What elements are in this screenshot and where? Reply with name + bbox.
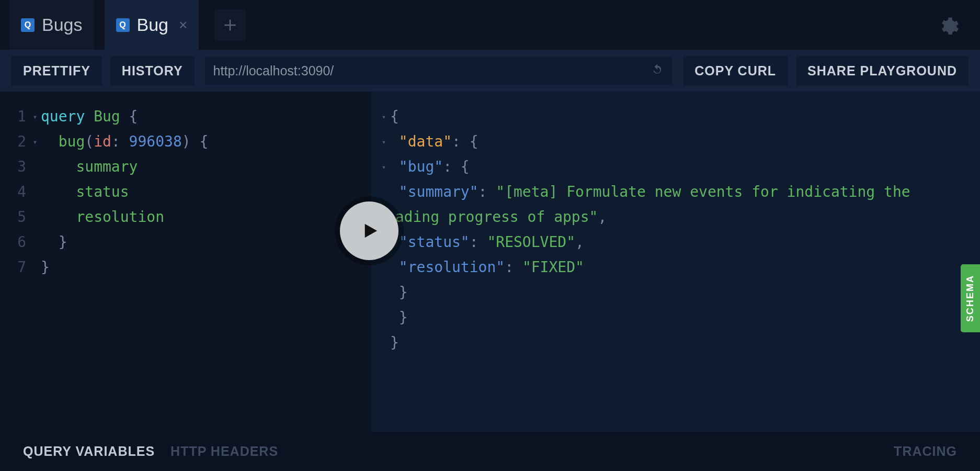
result-viewer: ▾{▾ "data": {▾ "bug": { "summary": "[met… <box>371 92 980 432</box>
line-number: 6 <box>4 230 29 255</box>
http-headers-tab[interactable]: HTTP HEADERS <box>170 444 278 459</box>
main-split: 1▾query Bug {2▾ bug(id: 996038) {3 summa… <box>0 92 980 432</box>
schema-tab[interactable]: SCHEMA <box>961 264 980 332</box>
history-button[interactable]: HISTORY <box>110 56 195 86</box>
toolbar: PRETTIFY HISTORY COPY CURL SHARE PLAYGRO… <box>0 50 980 92</box>
tab-bar: Q Bugs Q Bug × <box>0 0 980 50</box>
tab-bug[interactable]: Q Bug × <box>105 0 199 50</box>
code-content: query Bug { <box>41 104 138 129</box>
line-number: 2 <box>4 129 29 154</box>
fold-toggle <box>29 205 41 230</box>
fold-toggle[interactable]: ▾ <box>29 104 41 129</box>
line-number: 7 <box>4 255 29 280</box>
editor-line: 1▾query Bug { <box>4 104 363 129</box>
endpoint-input[interactable] <box>213 63 651 78</box>
editor-line: 4 status <box>4 180 363 205</box>
fold-toggle <box>29 230 41 255</box>
endpoint-url-bar[interactable] <box>205 57 673 85</box>
reload-icon <box>651 63 664 76</box>
editor-line: 5 resolution <box>4 205 363 230</box>
fold-toggle[interactable]: ▾ <box>378 154 390 180</box>
editor-line: 2▾ bug(id: 996038) { <box>4 129 363 154</box>
query-badge-icon: Q <box>116 18 130 32</box>
fold-toggle <box>29 154 41 180</box>
editor-line: 7} <box>4 255 363 280</box>
gear-icon <box>937 16 959 38</box>
query-variables-tab[interactable]: QUERY VARIABLES <box>23 444 155 459</box>
code-content: status <box>41 180 129 205</box>
query-badge-icon: Q <box>21 18 35 32</box>
code-content: summary <box>41 154 138 180</box>
editor-line: 3 summary <box>4 154 363 180</box>
run-query-button[interactable] <box>340 201 398 260</box>
plus-icon <box>223 18 237 32</box>
copy-curl-button[interactable]: COPY CURL <box>683 56 788 86</box>
result-line: "resolution": "FIXED" <box>378 255 965 280</box>
play-icon <box>359 220 380 241</box>
fold-toggle <box>29 180 41 205</box>
line-number: 4 <box>4 180 29 205</box>
close-icon[interactable]: × <box>179 17 187 33</box>
settings-button[interactable] <box>937 16 959 40</box>
reload-button[interactable] <box>651 63 664 78</box>
line-number: 5 <box>4 205 29 230</box>
fold-toggle[interactable]: ▾ <box>29 129 41 154</box>
tracing-tab[interactable]: TRACING <box>894 444 957 459</box>
editor-line: 6 } <box>4 230 363 255</box>
result-line: ▾{ <box>378 104 965 129</box>
line-number: 3 <box>4 154 29 180</box>
result-line: } <box>378 305 965 330</box>
query-editor[interactable]: 1▾query Bug {2▾ bug(id: 996038) {3 summa… <box>0 92 371 432</box>
result-line: } <box>378 330 965 355</box>
code-content: } <box>41 255 50 280</box>
code-content: } <box>41 230 67 255</box>
prettify-button[interactable]: PRETTIFY <box>12 56 102 86</box>
result-line: "status": "RESOLVED", <box>378 230 965 255</box>
tab-label: Bug <box>137 15 169 35</box>
result-line: ▾ "data": { <box>378 129 965 154</box>
tab-bugs[interactable]: Q Bugs <box>9 0 94 50</box>
result-line: } <box>378 280 965 305</box>
result-line: ▾ "bug": { <box>378 154 965 180</box>
share-playground-button[interactable]: SHARE PLAYGROUND <box>796 56 968 86</box>
line-number: 1 <box>4 104 29 129</box>
fold-toggle[interactable]: ▾ <box>378 104 390 129</box>
result-line: "summary": "[meta] Formulate new events … <box>378 180 965 230</box>
code-content: bug(id: 996038) { <box>41 129 208 154</box>
code-content: resolution <box>41 205 164 230</box>
fold-toggle[interactable]: ▾ <box>378 129 390 154</box>
bottom-bar: QUERY VARIABLES HTTP HEADERS TRACING <box>0 432 980 471</box>
tab-label: Bugs <box>42 15 83 35</box>
fold-toggle <box>29 255 41 280</box>
new-tab-button[interactable] <box>214 9 246 41</box>
